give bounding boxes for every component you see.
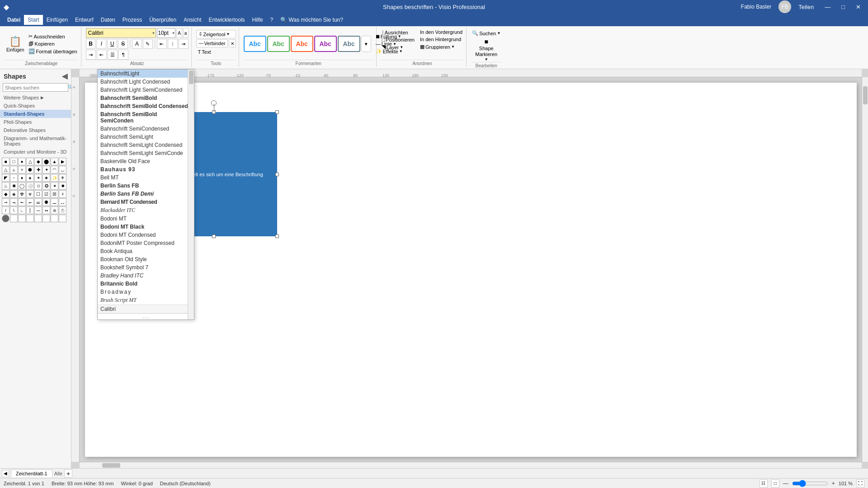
font-input-container[interactable]: ▼: [86, 28, 156, 38]
italic-button[interactable]: I: [96, 39, 106, 49]
shape-item[interactable]: ⇀: [2, 198, 9, 206]
shape-item[interactable]: ▲: [51, 158, 58, 165]
font-item-broadway[interactable]: Broadway: [98, 288, 194, 296]
shape-item[interactable]: ⚉: [42, 198, 50, 206]
abc-style-4[interactable]: Abc: [314, 36, 337, 52]
shape-item[interactable]: ◡: [59, 166, 66, 174]
font-item-bahnschrift-semibold-cond[interactable]: Bahnschrift SemiBold Condensed: [98, 102, 194, 110]
background-button[interactable]: In den Hintergrund: [419, 36, 463, 42]
shape-item[interactable]: [59, 215, 66, 222]
indent-less-button[interactable]: ⇤: [97, 50, 107, 60]
user-avatar[interactable]: FB: [778, 0, 791, 13]
view-menu-item[interactable]: Ansicht: [180, 15, 205, 25]
layer-button[interactable]: ◥Layer▼: [381, 44, 415, 51]
font-item-bahnschrift-light-condensed[interactable]: Bahnschrift Light Condensed: [98, 78, 194, 86]
search-button[interactable]: 🔍Suchen▼: [471, 30, 501, 37]
font-item-bahnschrift-semilight-cond[interactable]: Bahnschrift SemiLight Condensed: [98, 141, 194, 149]
shape-item[interactable]: ↼: [18, 198, 26, 206]
strikethrough-button[interactable]: S: [118, 39, 128, 49]
shape-item[interactable]: ⊜: [51, 206, 58, 214]
align-button[interactable]: ⁝Ausrichten: [381, 29, 415, 36]
font-size-input[interactable]: [157, 30, 172, 36]
pointer-tool-button[interactable]: ⇩Zeigertool▼: [196, 30, 236, 38]
shape-item[interactable]: ★: [42, 174, 50, 182]
insert-menu-item[interactable]: Einfügen: [43, 15, 71, 25]
font-item-brush-script[interactable]: Brush Script MT: [98, 296, 194, 305]
shape-item[interactable]: ▶: [59, 158, 66, 165]
shape-item[interactable]: ✚: [34, 166, 42, 174]
shape-item[interactable]: ◤: [2, 174, 9, 182]
shape-item[interactable]: ⇁: [10, 198, 18, 206]
font-item-bell-mt[interactable]: Bell MT: [98, 174, 194, 182]
shape-item[interactable]: ✨: [51, 174, 58, 182]
category-more-shapes[interactable]: Weitere Shapes▶: [0, 94, 71, 102]
data-menu-item[interactable]: Daten: [97, 15, 119, 25]
shape-item[interactable]: ⚋: [59, 198, 66, 206]
font-item-bahnschrift-semilight-semicond[interactable]: Bahnschrift SemiLight SemiConde: [98, 149, 194, 157]
connector-close-button[interactable]: ✕: [229, 39, 236, 47]
handle-bot-center[interactable]: [212, 235, 216, 238]
grid-button[interactable]: ☷: [760, 479, 768, 488]
shapes-search-input[interactable]: [5, 85, 67, 90]
shape-item[interactable]: ☒: [51, 190, 58, 198]
shape-item[interactable]: □: [10, 158, 18, 165]
shape-item[interactable]: \: [10, 206, 18, 214]
shape-item[interactable]: ⚪: [26, 182, 34, 190]
horizontal-scrollbar[interactable]: [80, 462, 862, 468]
shape-item[interactable]: ⍞: [59, 206, 66, 214]
maximize-button[interactable]: □: [838, 3, 849, 11]
font-dropdown-scrollbar-thumb[interactable]: [189, 70, 193, 84]
review-menu-item[interactable]: Überprüfen: [146, 15, 180, 25]
shape-item[interactable]: ✪: [42, 182, 50, 190]
position-button[interactable]: □Positionieren: [381, 37, 415, 43]
font-item-book-antiqua[interactable]: Book Antiqua: [98, 247, 194, 255]
shape-item[interactable]: △: [26, 158, 34, 165]
underline-button[interactable]: U: [107, 39, 117, 49]
shape-item[interactable]: ▵: [10, 166, 18, 174]
font-item-bahnschrift-light[interactable]: BahnschriftLight: [98, 70, 194, 78]
category-quick-shapes[interactable]: Quick-Shapes: [0, 102, 71, 110]
shape-item[interactable]: [51, 215, 58, 222]
font-item-bodoni-poster[interactable]: BodoniMT Poster Compressed: [98, 239, 194, 247]
shape-item[interactable]: ⚊: [51, 198, 58, 206]
list-button[interactable]: ☰: [108, 50, 118, 60]
h-scrollbar-thumb[interactable]: [102, 463, 120, 468]
page-tab-1[interactable]: Zeichenblatt-1: [11, 469, 52, 477]
category-standard-shapes[interactable]: Standard-Shapes: [0, 110, 71, 118]
shape-item[interactable]: ∟: [18, 206, 26, 214]
font-item-bahnschrift-semicond[interactable]: Bahnschrift SemiCondensed: [98, 125, 194, 133]
font-item-blackadder[interactable]: Blackadder ITC: [98, 206, 194, 215]
font-item-bookshelf-symbol[interactable]: Bookshelf Symbol 7: [98, 263, 194, 272]
shape-item[interactable]: ♨: [2, 182, 9, 190]
shape-item[interactable]: ⚌: [34, 198, 42, 206]
group-button[interactable]: ▩Gruppieren▼: [419, 43, 463, 50]
shape-item[interactable]: △: [2, 166, 9, 174]
shape-item[interactable]: ⬤: [42, 158, 50, 165]
shape-item[interactable]: ◦: [10, 174, 18, 182]
shape-item[interactable]: ✴: [34, 174, 42, 182]
font-size-dropdown-arrow[interactable]: ▼: [172, 31, 175, 35]
shape-item[interactable]: [42, 215, 50, 222]
format-copy-button[interactable]: 🆓Format übertragen: [28, 48, 78, 55]
font-item-bodoni[interactable]: Bodoni MT: [98, 215, 194, 223]
decrease-font-button[interactable]: a: [183, 28, 189, 38]
shape-circle-item[interactable]: [2, 215, 9, 222]
font-item-bahnschrift-semilight[interactable]: Bahnschrift SemiLight: [98, 133, 194, 141]
shape-item[interactable]: ☢: [18, 190, 26, 198]
highlight-button[interactable]: ✎: [143, 39, 153, 49]
handle-top-right[interactable]: [275, 110, 279, 114]
shape-item[interactable]: ◆: [2, 190, 9, 198]
font-name-input[interactable]: [86, 30, 152, 36]
foreground-button[interactable]: In den Vordergrund: [419, 29, 463, 35]
help-menu-item[interactable]: Hilfe: [249, 15, 267, 25]
shape-item[interactable]: [18, 215, 26, 222]
align-right-button[interactable]: ⇥: [179, 39, 189, 49]
paste-button[interactable]: 📋 Einfügen: [5, 35, 26, 53]
category-diagram-shapes[interactable]: Diagramm- und Mathematik-Shapes: [0, 134, 71, 148]
cut-button[interactable]: ✂Ausschneiden: [28, 33, 78, 40]
shape-item[interactable]: /: [2, 206, 9, 214]
category-decorative-shapes[interactable]: Dekorative Shapes: [0, 126, 71, 134]
font-item-berlin-sans[interactable]: Berlin Sans FB: [98, 182, 194, 190]
connector-button[interactable]: ⸻Verbinder: [196, 39, 228, 47]
shape-item[interactable]: [10, 215, 18, 222]
